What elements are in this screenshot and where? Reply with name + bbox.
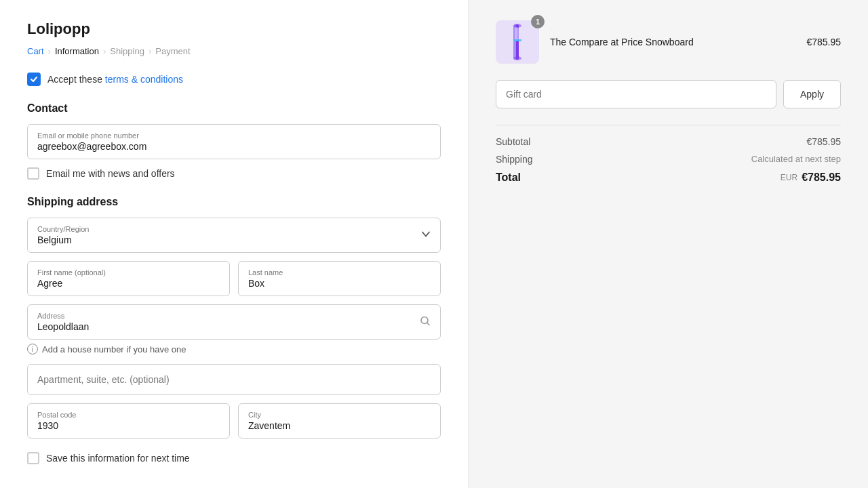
breadcrumb: Cart › Information › Shipping › Payment bbox=[27, 46, 441, 56]
email-input[interactable] bbox=[37, 141, 431, 152]
subtotal-value: €785.95 bbox=[806, 136, 841, 147]
product-quantity-badge: 1 bbox=[531, 15, 545, 28]
breadcrumb-sep-2: › bbox=[103, 46, 106, 56]
total-label: Total bbox=[496, 171, 521, 184]
svg-rect-5 bbox=[517, 27, 519, 41]
apply-button[interactable]: Apply bbox=[783, 80, 841, 108]
lastname-field-container: Last name bbox=[238, 261, 441, 296]
product-image bbox=[496, 20, 539, 64]
country-field-container: Country/Region Belgium France Germany Ne… bbox=[27, 218, 441, 253]
newsletter-row: Email me with news and offers bbox=[27, 167, 441, 180]
left-panel: Lolipopp Cart › Information › Shipping ›… bbox=[0, 0, 468, 488]
save-info-checkbox[interactable] bbox=[27, 452, 39, 464]
svg-point-7 bbox=[513, 24, 521, 28]
address-label: Address bbox=[37, 312, 431, 320]
firstname-input[interactable] bbox=[37, 278, 220, 289]
product-name: The Compare at Price Snowboard bbox=[550, 37, 806, 47]
apt-input[interactable] bbox=[37, 371, 431, 388]
brand-title: Lolipopp bbox=[27, 20, 441, 38]
total-currency: EUR bbox=[781, 173, 797, 182]
right-panel: 1 The Compare at Price Snowboard €785.95… bbox=[468, 0, 868, 488]
postal-input[interactable] bbox=[37, 420, 220, 431]
total-amount: EUR €785.95 bbox=[781, 171, 841, 184]
postal-label: Postal code bbox=[37, 411, 220, 419]
city-label: City bbox=[248, 411, 431, 419]
lastname-label: Last name bbox=[248, 268, 431, 277]
subtotal-row: Subtotal €785.95 bbox=[496, 136, 841, 147]
save-info-label: Save this information for next time bbox=[46, 453, 190, 464]
snowboard-image bbox=[504, 23, 531, 61]
firstname-field-container: First name (optional) bbox=[27, 261, 230, 296]
svg-rect-4 bbox=[515, 27, 517, 41]
country-label: Country/Region bbox=[37, 225, 431, 233]
totals-section: Subtotal €785.95 Shipping Calculated at … bbox=[496, 125, 841, 184]
contact-section-title: Contact bbox=[27, 102, 441, 115]
shipping-value: Calculated at next step bbox=[751, 154, 841, 165]
subtotal-label: Subtotal bbox=[496, 136, 530, 147]
newsletter-label: Email me with news and offers bbox=[46, 168, 175, 179]
product-info: The Compare at Price Snowboard bbox=[550, 37, 806, 47]
breadcrumb-shipping: Shipping bbox=[110, 46, 144, 56]
breadcrumb-cart[interactable]: Cart bbox=[27, 46, 44, 56]
terms-link[interactable]: terms & conditions bbox=[105, 74, 183, 85]
product-row: 1 The Compare at Price Snowboard €785.95 bbox=[496, 20, 841, 64]
newsletter-checkbox[interactable] bbox=[27, 167, 39, 180]
breadcrumb-sep-3: › bbox=[149, 46, 151, 56]
breadcrumb-information: Information bbox=[55, 46, 99, 56]
info-icon: i bbox=[27, 344, 38, 354]
address-hint-row: i Add a house number if you have one bbox=[27, 344, 441, 354]
product-thumbnail: 1 bbox=[496, 20, 539, 64]
apt-field-container bbox=[27, 364, 441, 395]
postal-field-container: Postal code bbox=[27, 403, 230, 439]
email-field-container: Email or mobile phone number bbox=[27, 124, 441, 159]
shipping-label: Shipping bbox=[496, 154, 533, 165]
email-label: Email or mobile phone number bbox=[37, 131, 431, 140]
country-select[interactable]: Belgium France Germany Netherlands bbox=[37, 235, 431, 245]
gift-card-row: Apply bbox=[496, 80, 841, 108]
product-price: €785.95 bbox=[806, 37, 841, 47]
svg-point-6 bbox=[513, 56, 521, 60]
address-field-container: Address bbox=[27, 304, 441, 340]
address-input[interactable] bbox=[37, 321, 431, 332]
city-field-container: City bbox=[238, 403, 441, 439]
firstname-label: First name (optional) bbox=[37, 268, 220, 277]
terms-row: Accept these terms & conditions bbox=[27, 73, 441, 86]
svg-line-1 bbox=[427, 323, 429, 325]
name-row: First name (optional) Last name bbox=[27, 261, 441, 296]
save-info-row: Save this information for next time bbox=[27, 452, 441, 464]
total-row: Total EUR €785.95 bbox=[496, 171, 841, 184]
shipping-section-title: Shipping address bbox=[27, 196, 441, 208]
breadcrumb-sep-1: › bbox=[48, 46, 51, 56]
postal-city-row: Postal code City bbox=[27, 403, 441, 439]
terms-checkbox[interactable] bbox=[27, 73, 41, 86]
search-icon bbox=[420, 316, 431, 329]
terms-text: Accept these terms & conditions bbox=[47, 74, 183, 85]
address-hint-text: Add a house number if you have one bbox=[42, 344, 186, 354]
lastname-input[interactable] bbox=[248, 278, 431, 289]
city-input[interactable] bbox=[248, 420, 431, 431]
gift-card-input[interactable] bbox=[496, 80, 776, 108]
total-value: €785.95 bbox=[802, 171, 841, 184]
breadcrumb-payment: Payment bbox=[155, 46, 190, 56]
shipping-row: Shipping Calculated at next step bbox=[496, 154, 841, 165]
svg-rect-8 bbox=[513, 39, 521, 41]
